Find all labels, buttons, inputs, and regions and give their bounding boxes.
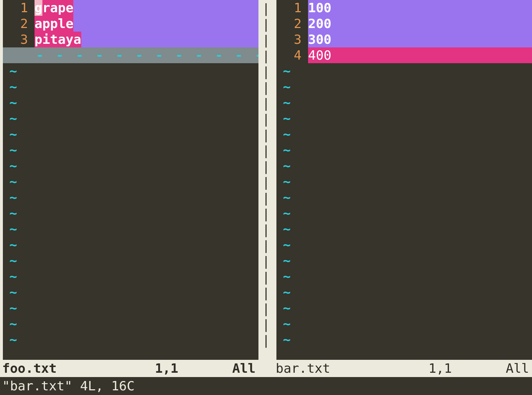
pipe-icon: | <box>262 206 270 222</box>
pipe-icon: | <box>262 127 270 143</box>
empty-line: ~ <box>276 190 532 205</box>
left-editor[interactable]: 1 g rape 2 apple 3 pitaya - - <box>3 0 258 360</box>
pipe-icon: | <box>262 80 270 96</box>
line-number: 2 <box>276 16 308 32</box>
empty-line: ~ <box>276 126 532 142</box>
tilde-icon: ~ <box>283 221 291 237</box>
empty-line: ~ <box>276 332 532 348</box>
empty-lines-region: ~~~~~~~~~~~~~~~~~~ <box>276 63 532 348</box>
pipe-icon: | <box>262 175 270 190</box>
diff-add-text: 400 <box>308 47 331 63</box>
empty-line: ~ <box>3 63 258 79</box>
text-row[interactable]: 1 g rape <box>3 0 258 16</box>
tilde-icon: ~ <box>283 300 291 316</box>
tilde-icon: ~ <box>283 237 291 253</box>
empty-line: ~ <box>3 205 258 221</box>
diff-add-fill <box>331 47 532 63</box>
line-number: 3 <box>3 32 35 47</box>
empty-line: ~ <box>3 253 258 269</box>
status-filename: bar.txt <box>276 360 330 377</box>
tilde-icon: ~ <box>283 332 291 348</box>
pipe-icon: | <box>262 285 270 301</box>
tilde-icon: ~ <box>9 142 17 158</box>
tilde-icon: ~ <box>9 332 17 348</box>
text-row[interactable]: 4 400 <box>276 47 532 63</box>
empty-line: ~ <box>3 95 258 111</box>
diff-text: rape <box>42 0 74 16</box>
empty-line: ~ <box>3 190 258 205</box>
empty-line: ~ <box>276 95 532 111</box>
empty-line: ~ <box>276 111 532 126</box>
diff-change-fill <box>331 0 532 16</box>
pipe-icon: | <box>262 301 270 317</box>
status-scroll-pct: All <box>232 360 256 377</box>
tilde-icon: ~ <box>9 174 17 190</box>
right-editor[interactable]: 1 100 2 200 3 300 4 400 <box>276 0 532 360</box>
status-cursor-pos: 1,1 <box>155 360 232 377</box>
diff-text: apple <box>35 16 73 32</box>
tilde-icon: ~ <box>9 205 17 221</box>
empty-line: ~ <box>3 111 258 126</box>
status-filename: foo.txt <box>2 360 57 377</box>
tilde-icon: ~ <box>283 79 291 95</box>
text-row[interactable]: 2 200 <box>276 16 532 32</box>
pipe-icon: | <box>262 143 270 159</box>
empty-line: ~ <box>276 284 532 300</box>
tilde-icon: ~ <box>9 158 17 174</box>
diff-text: 200 <box>308 16 331 32</box>
tilde-icon: ~ <box>9 95 17 111</box>
empty-line: ~ <box>276 253 532 269</box>
pipe-icon: | <box>262 32 270 48</box>
empty-line: ~ <box>3 316 258 332</box>
pipe-icon: | <box>262 333 270 348</box>
empty-line: ~ <box>3 142 258 158</box>
vertical-split-bar[interactable]: |||||||||||||||||||||| <box>258 0 274 360</box>
empty-line: ~ <box>3 237 258 253</box>
empty-line: ~ <box>3 332 258 348</box>
tilde-icon: ~ <box>9 190 17 205</box>
diff-change-fill <box>73 0 258 16</box>
pipe-icon: | <box>262 111 270 127</box>
diff-change-fill <box>73 16 258 32</box>
right-pane: 1 100 2 200 3 300 4 400 <box>274 0 532 360</box>
tilde-icon: ~ <box>283 190 291 205</box>
tilde-icon: ~ <box>9 269 17 284</box>
pipe-icon: | <box>262 317 270 333</box>
tilde-icon: ~ <box>283 63 291 79</box>
empty-line: ~ <box>276 300 532 316</box>
line-number: 3 <box>276 32 308 47</box>
deleted-filler-row: - - - - - - - - - - - - - - - - - - - - … <box>3 47 258 63</box>
tilde-icon: ~ <box>283 205 291 221</box>
tilde-icon: ~ <box>9 126 17 142</box>
tilde-icon: ~ <box>283 284 291 300</box>
pipe-icon: | <box>262 64 270 80</box>
command-line[interactable]: "bar.txt" 4L, 16C <box>0 377 532 395</box>
text-row[interactable]: 1 100 <box>276 0 532 16</box>
empty-line: ~ <box>3 126 258 142</box>
tilde-icon: ~ <box>283 95 291 111</box>
tilde-icon: ~ <box>283 142 291 158</box>
empty-line: ~ <box>276 221 532 237</box>
text-row[interactable]: 3 300 <box>276 32 532 47</box>
empty-line: ~ <box>3 269 258 284</box>
text-row[interactable]: 3 pitaya <box>3 32 258 47</box>
text-row[interactable]: 2 apple <box>3 16 258 32</box>
statuslines: foo.txt 1,1 All bar.txt 1,1 All <box>0 360 532 377</box>
pipe-icon: | <box>262 96 270 111</box>
empty-line: ~ <box>3 158 258 174</box>
tilde-icon: ~ <box>9 63 17 79</box>
diff-text: pitaya <box>35 32 81 47</box>
tilde-icon: ~ <box>283 253 291 269</box>
status-scroll-pct: All <box>506 360 529 377</box>
left-pane: 1 g rape 2 apple 3 pitaya - - <box>0 0 258 360</box>
tilde-icon: ~ <box>9 284 17 300</box>
left-statusline[interactable]: foo.txt 1,1 All <box>0 360 258 377</box>
empty-line: ~ <box>3 174 258 190</box>
tilde-icon: ~ <box>9 221 17 237</box>
pipe-icon: | <box>262 1 270 17</box>
right-statusline[interactable]: bar.txt 1,1 All <box>274 360 532 377</box>
tilde-icon: ~ <box>9 79 17 95</box>
tilde-icon: ~ <box>9 300 17 316</box>
pipe-icon: | <box>262 190 270 206</box>
empty-line: ~ <box>276 205 532 221</box>
